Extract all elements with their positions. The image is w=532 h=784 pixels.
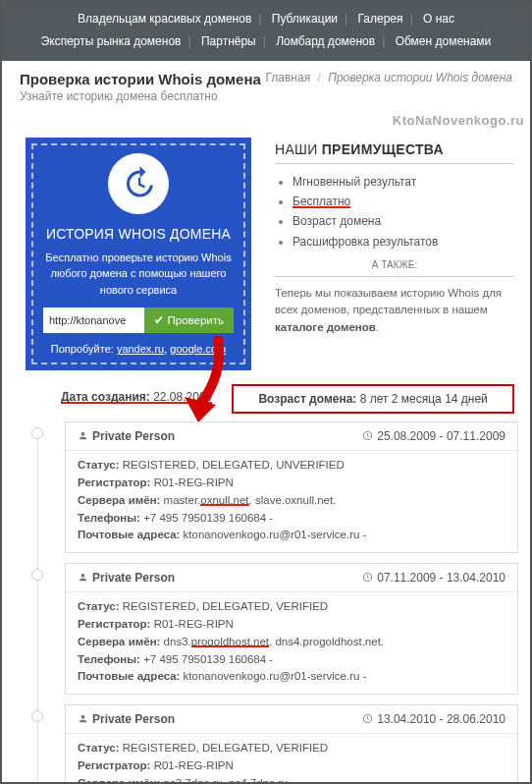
whois-record: Private Person13.04.2010 - 28.06.2010Ста…: [65, 704, 518, 784]
nav-link[interactable]: Публикации: [272, 12, 338, 26]
adv-item: Возраст домена: [293, 211, 514, 231]
advantages: НАШИ ПРЕИМУЩЕСТВА Мгновенный результат Б…: [275, 138, 514, 371]
person-icon: [78, 713, 88, 727]
breadcrumb: Главная / Проверка истории Whois домена: [265, 71, 512, 84]
try-row: Попробуйте: yandex.ru, google.com: [43, 343, 234, 355]
nav-link[interactable]: Партнёры: [201, 34, 256, 48]
domain-input[interactable]: [43, 308, 144, 333]
try-link[interactable]: yandex.ru: [117, 343, 164, 355]
nav-link[interactable]: О нас: [423, 12, 454, 26]
also-label: А ТАКЖЕ:: [275, 259, 514, 270]
clock-icon: [362, 572, 373, 586]
person-icon: [78, 572, 88, 586]
try-link[interactable]: google.com: [170, 343, 226, 355]
adv-item: Мгновенный результат: [293, 172, 514, 192]
whois-record: Private Person07.11.2009 - 13.04.2010Ста…: [65, 563, 518, 695]
history-icon: [108, 153, 169, 214]
page-title: Проверка истории Whois домена: [20, 71, 261, 87]
person-icon: [78, 430, 88, 444]
domain-metrics: Дата создания: 22.08.2009 Возраст домена…: [61, 384, 514, 414]
whois-card: ИСТОРИЯ WHOIS ДОМЕНА Бесплатно проверьте…: [26, 138, 251, 371]
history-timeline: Private Person25.08.2009 - 07.11.2009Ста…: [65, 421, 518, 784]
nav-link[interactable]: Владельцам красивых доменов: [78, 12, 251, 26]
whois-record: Private Person25.08.2009 - 07.11.2009Ста…: [65, 421, 518, 553]
nav-link[interactable]: Эксперты рынка доменов: [41, 34, 182, 48]
top-nav: Владельцам красивых доменов| Публикации|…: [2, 2, 530, 61]
page-subtitle: Узнайте историю домена бесплатно: [20, 89, 261, 103]
breadcrumb-home[interactable]: Главная: [265, 71, 310, 84]
clock-icon: [362, 713, 373, 727]
page: Владельцам красивых доменов| Публикации|…: [0, 0, 532, 784]
nav-link[interactable]: Ломбард доменов: [276, 34, 375, 48]
catalog-link[interactable]: каталоге доменов: [275, 321, 376, 333]
domain-age-box: Возраст домена: 8 лет 2 месяца 14 дней: [232, 384, 514, 414]
adv-item: Бесплатно: [293, 192, 514, 211]
check-button[interactable]: ✔ Проверить: [144, 308, 234, 333]
nav-link[interactable]: Обмен доменами: [396, 34, 492, 48]
clock-icon: [362, 430, 373, 444]
page-header: Проверка истории Whois домена Узнайте ис…: [2, 61, 530, 111]
breadcrumb-current: Проверка истории Whois домена: [328, 71, 512, 84]
adv-item: Расшифровка результатов: [293, 232, 514, 252]
nav-link[interactable]: Галерея: [358, 12, 403, 26]
watermark: KtoNaNovenkogo.ru: [2, 113, 524, 128]
card-title: ИСТОРИЯ WHOIS ДОМЕНА: [43, 226, 234, 242]
card-desc: Бесплатно проверьте историю Whois любого…: [43, 250, 234, 299]
